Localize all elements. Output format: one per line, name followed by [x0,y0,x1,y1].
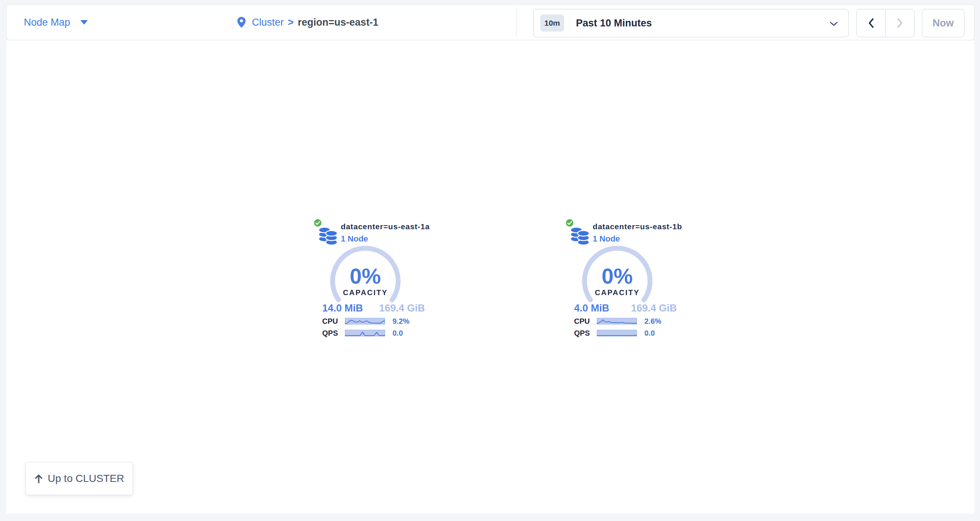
chevron-left-icon [868,18,874,28]
metric-label: QPS [322,329,345,338]
metric-row: CPU 2.6% [574,317,682,326]
metric-label: QPS [574,329,597,338]
view-selector-dropdown[interactable]: Node Map [24,5,88,40]
up-to-cluster-label: Up to CLUSTER [48,473,124,484]
gauge-label: CAPACITY [325,288,406,297]
top-bar: Node Map Cluster > region=us-east-1 10m … [6,5,974,40]
chevron-down-icon [830,21,838,26]
capacity-used: 4.0 MiB [574,303,609,314]
header-divider [516,8,516,37]
chevron-right-icon [897,18,903,28]
metric-value: 0.0 [644,329,655,338]
breadcrumb-cluster-link[interactable]: Cluster [252,17,284,28]
metric-label: CPU [574,317,597,326]
locality-card[interactable]: datacenter=us-east-1a 1 Node 0% CAPACITY… [312,218,431,341]
time-step-buttons [856,9,915,37]
metric-value: 2.6% [644,317,662,326]
metric-sparkline [345,318,385,325]
caret-down-icon [80,20,88,25]
capacity-values: 4.0 MiB 169.4 GiB [574,303,677,314]
now-button[interactable]: Now [922,9,964,37]
up-to-cluster-button[interactable]: Up to CLUSTER [25,462,133,495]
metric-row: CPU 9.2% [322,317,430,326]
capacity-total: 169.4 GiB [631,303,677,314]
prev-time-button[interactable] [857,9,886,37]
metric-row: QPS 0.0 [322,328,430,338]
metric-value: 0.0 [393,329,403,338]
gauge-label: CAPACITY [576,288,658,297]
view-selector-label: Node Map [24,17,70,28]
arrow-up-icon [34,473,43,484]
gauge-percent: 0% [325,265,406,287]
locality-title: datacenter=us-east-1b [593,222,682,231]
locality-title: datacenter=us-east-1a [341,222,430,231]
metric-sparkline [597,318,637,325]
capacity-values: 14.0 MiB 169.4 GiB [322,303,425,314]
locality-card[interactable]: datacenter=us-east-1b 1 Node 0% CAPACITY… [564,218,683,341]
next-time-button[interactable] [886,9,914,37]
capacity-used: 14.0 MiB [322,303,363,314]
metric-label: CPU [322,317,345,326]
time-range-label: Past 10 Minutes [576,18,652,29]
breadcrumb-current: region=us-east-1 [298,17,379,28]
node-map-canvas: datacenter=us-east-1a 1 Node 0% CAPACITY… [6,41,974,513]
metric-sparkline [597,330,637,336]
map-pin-icon [237,17,245,28]
time-range-dropdown[interactable]: 10m Past 10 Minutes [533,9,849,37]
metric-value: 9.2% [393,317,410,326]
capacity-total: 169.4 GiB [379,303,425,314]
breadcrumb: Cluster > region=us-east-1 [237,5,379,40]
breadcrumb-separator: > [288,17,294,28]
time-range-badge: 10m [540,14,564,32]
metric-row: QPS 0.0 [574,328,682,338]
metric-sparkline [345,330,385,336]
gauge-percent: 0% [576,265,658,287]
